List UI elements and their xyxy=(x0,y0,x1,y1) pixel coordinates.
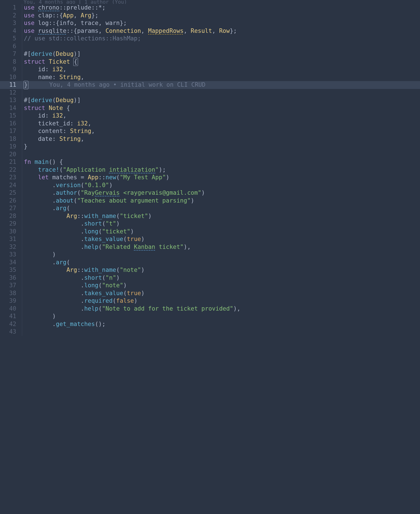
code-line[interactable]: 37 .long("note") xyxy=(0,282,420,290)
folding-ruler[interactable] xyxy=(22,212,24,220)
code-line[interactable]: 1 use chrono::prelude::*; xyxy=(0,4,420,12)
code-line[interactable]: 34 .arg( xyxy=(0,259,420,267)
code-line[interactable]: 28 Arg::with_name("ticket") xyxy=(0,212,420,220)
code-line[interactable]: 43 xyxy=(0,328,420,336)
code-content[interactable]: use log::{info, trace, warn}; xyxy=(24,19,420,27)
code-content[interactable]: .takes_value(true) xyxy=(24,290,420,297)
folding-ruler[interactable] xyxy=(22,35,24,43)
code-content[interactable]: ) xyxy=(24,313,420,320)
code-line-active[interactable]: 11 } You, 4 months ago • initial work on… xyxy=(0,81,420,89)
code-line[interactable]: 3 use log::{info, trace, warn}; xyxy=(0,19,420,27)
code-content[interactable]: use chrono::prelude::*; xyxy=(24,4,420,12)
code-line[interactable]: 24 .version("0.1.0") xyxy=(0,182,420,189)
code-content[interactable]: #[derive(Debug)] xyxy=(24,50,420,58)
code-line[interactable]: 17 content: String, xyxy=(0,127,420,135)
folding-ruler[interactable] xyxy=(22,266,24,274)
folding-ruler[interactable] xyxy=(22,320,24,328)
code-line[interactable]: 5 // use std::collections::HashMap; xyxy=(0,35,420,43)
folding-ruler[interactable] xyxy=(22,104,24,112)
folding-ruler[interactable] xyxy=(22,19,24,27)
folding-ruler[interactable] xyxy=(22,50,24,58)
folding-ruler[interactable] xyxy=(22,197,24,205)
folding-ruler[interactable] xyxy=(22,89,24,97)
folding-ruler[interactable] xyxy=(22,251,24,259)
code-line[interactable]: 41 ) xyxy=(0,313,420,320)
code-content[interactable]: Arg::with_name("ticket") xyxy=(24,212,420,220)
code-content[interactable]: .author("RayGervais <raygervais@gmail.co… xyxy=(24,189,420,197)
code-content[interactable]: .arg( xyxy=(24,259,420,267)
folding-ruler[interactable] xyxy=(22,297,24,305)
folding-ruler[interactable] xyxy=(22,228,24,236)
code-content[interactable]: content: String, xyxy=(24,127,420,135)
folding-ruler[interactable] xyxy=(22,120,24,128)
code-content[interactable]: #[derive(Debug)] xyxy=(24,97,420,104)
folding-ruler[interactable] xyxy=(22,43,24,51)
code-line[interactable]: 40 .help("Note to add for the ticket pro… xyxy=(0,305,420,313)
code-line[interactable]: 13 #[derive(Debug)] xyxy=(0,97,420,104)
folding-ruler[interactable] xyxy=(22,328,24,336)
code-line[interactable]: 36 .short("n") xyxy=(0,274,420,282)
folding-ruler[interactable] xyxy=(22,235,24,243)
folding-ruler[interactable] xyxy=(22,112,24,120)
folding-ruler[interactable] xyxy=(22,12,24,20)
code-content[interactable]: fn main() { xyxy=(24,158,420,166)
code-line[interactable]: 29 .short("t") xyxy=(0,220,420,228)
code-content[interactable]: struct Note { xyxy=(24,104,420,112)
code-line[interactable]: 26 .about("Teaches about argument parsin… xyxy=(0,197,420,205)
code-content[interactable]: name: String, xyxy=(24,74,420,81)
folding-ruler[interactable] xyxy=(22,166,24,174)
folding-ruler[interactable] xyxy=(22,305,24,313)
code-content[interactable]: // use std::collections::HashMap; xyxy=(24,35,420,43)
code-content[interactable]: date: String, xyxy=(24,135,420,143)
code-content[interactable]: .help("Related Kanban ticket"), xyxy=(24,243,420,251)
folding-ruler[interactable] xyxy=(22,151,24,159)
code-line[interactable]: 42 .get_matches(); xyxy=(0,320,420,328)
folding-ruler[interactable] xyxy=(22,243,24,251)
code-line[interactable]: 38 .takes_value(true) xyxy=(0,290,420,297)
folding-ruler[interactable] xyxy=(22,205,24,212)
folding-ruler[interactable] xyxy=(22,174,24,182)
code-content[interactable]: .about("Teaches about argument parsing") xyxy=(24,197,420,205)
code-line[interactable]: 7 #[derive(Debug)] xyxy=(0,50,420,58)
folding-ruler[interactable] xyxy=(22,182,24,189)
code-line[interactable]: 35 Arg::with_name("note") xyxy=(0,266,420,274)
folding-ruler[interactable] xyxy=(22,58,24,66)
code-content[interactable]: } You, 4 months ago • initial work on CL… xyxy=(24,81,420,89)
code-line[interactable]: 39 .required(false) xyxy=(0,297,420,305)
code-line[interactable]: 9 id: i32, xyxy=(0,66,420,74)
code-line[interactable]: 32 .help("Related Kanban ticket"), xyxy=(0,243,420,251)
folding-ruler[interactable] xyxy=(22,259,24,267)
code-content[interactable]: .takes_value(true) xyxy=(24,235,420,243)
folding-ruler[interactable] xyxy=(22,313,24,320)
code-content[interactable]: ) xyxy=(24,251,420,259)
code-content[interactable]: id: i32, xyxy=(24,66,420,74)
code-content[interactable]: } xyxy=(24,143,420,151)
code-line[interactable]: 16 ticket_id: i32, xyxy=(0,120,420,128)
code-content[interactable]: .arg( xyxy=(24,205,420,212)
folding-ruler[interactable] xyxy=(22,189,24,197)
folding-ruler[interactable] xyxy=(22,27,24,35)
code-line[interactable]: 6 xyxy=(0,43,420,51)
code-line[interactable]: 19 } xyxy=(0,143,420,151)
code-content[interactable]: use rusqlite::{params, Connection, Mappe… xyxy=(24,27,420,35)
code-content[interactable]: use clap::{App, Arg}; xyxy=(24,12,420,20)
folding-ruler[interactable] xyxy=(22,127,24,135)
code-line[interactable]: 27 .arg( xyxy=(0,205,420,212)
folding-ruler[interactable] xyxy=(22,4,24,12)
code-line[interactable]: 30 .long("ticket") xyxy=(0,228,420,236)
code-line[interactable]: 20 xyxy=(0,151,420,159)
code-line[interactable]: 10 name: String, xyxy=(0,74,420,81)
code-content[interactable]: .long("ticket") xyxy=(24,228,420,236)
code-line[interactable]: 4 use rusqlite::{params, Connection, Map… xyxy=(0,27,420,35)
code-line[interactable]: 25 .author("RayGervais <raygervais@gmail… xyxy=(0,189,420,197)
code-content[interactable]: .version("0.1.0") xyxy=(24,182,420,189)
folding-ruler[interactable] xyxy=(22,135,24,143)
folding-ruler[interactable] xyxy=(22,158,24,166)
code-line[interactable]: 22 trace!("Application intialization"); xyxy=(0,166,420,174)
code-content[interactable]: id: i32, xyxy=(24,112,420,120)
folding-ruler[interactable] xyxy=(22,74,24,81)
folding-ruler[interactable] xyxy=(22,97,24,104)
code-line[interactable]: 15 id: i32, xyxy=(0,112,420,120)
code-editor[interactable]: You, 4 months ago | 1 author (You) 1 use… xyxy=(0,0,420,336)
folding-ruler[interactable] xyxy=(22,274,24,282)
